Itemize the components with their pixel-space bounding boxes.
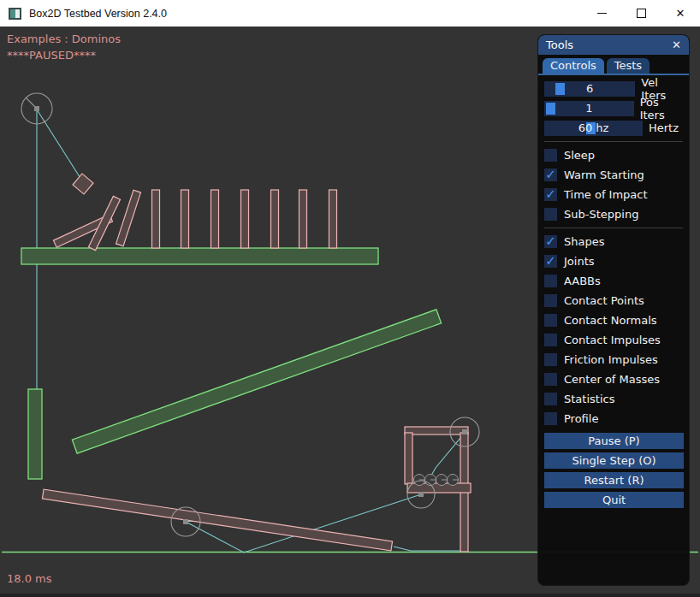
draw-options-group: ✓Shapes✓JointsAABBsContact PointsContact…: [544, 232, 683, 429]
warm-starting-label: Warm Starting: [564, 168, 644, 181]
app-icon: [9, 8, 21, 20]
statistics-checkbox-box[interactable]: [544, 393, 557, 405]
dynamic-bodies[interactable]: [42, 174, 471, 552]
shapes-label: Shapes: [564, 235, 604, 248]
checkbox-shapes[interactable]: ✓Shapes: [544, 232, 683, 251]
pos-iters-value: 1: [544, 101, 634, 116]
checkbox-contact-normals[interactable]: Contact Normals: [544, 310, 683, 330]
vertical-green-bar: [28, 389, 42, 479]
action-buttons: Pause (P)Single Step (O)Restart (R)Quit: [544, 433, 683, 508]
tools-close-icon[interactable]: ✕: [672, 38, 681, 51]
anchor-points: [34, 106, 467, 524]
standing-domino: [271, 190, 279, 248]
profile-label: Profile: [564, 412, 598, 425]
tab-controls[interactable]: Controls: [543, 58, 604, 74]
vel-iters-slider[interactable]: 6: [544, 81, 635, 97]
contact-normals-label: Contact Normals: [564, 314, 657, 327]
pendulum-bob: [73, 174, 93, 194]
hertz-value: 60 hz: [544, 121, 643, 136]
checkbox-sleep[interactable]: Sleep: [544, 145, 683, 165]
standing-domino: [181, 190, 189, 248]
domino-shelf: [21, 248, 378, 264]
checkbox-sub-stepping[interactable]: Sub-Stepping: [544, 204, 683, 224]
restart-r-button[interactable]: Restart (R): [544, 472, 684, 488]
checkbox-warm-starting[interactable]: ✓Warm Starting: [544, 165, 683, 185]
friction-impulses-checkbox-box[interactable]: [544, 353, 557, 366]
box2d-testbed-window: Examples : Dominos ****PAUSED**** 18.0 m…: [0, 0, 700, 597]
tools-panel: Tools ✕ ControlsTests 6Vel Iters1Pos Ite…: [537, 34, 690, 586]
minimize-button[interactable]: [582, 0, 621, 27]
contact-points-checkbox-box[interactable]: [544, 294, 557, 307]
checkbox-contact-impulses[interactable]: Contact Impulses: [544, 330, 683, 350]
quit-button[interactable]: Quit: [544, 492, 684, 508]
tools-panel-header[interactable]: Tools ✕: [538, 35, 689, 55]
joints-checkbox-box[interactable]: ✓: [544, 255, 557, 268]
aabbs-label: AABBs: [564, 275, 601, 287]
contact-normals-checkbox-box[interactable]: [544, 314, 557, 327]
friction-impulses-label: Friction Impulses: [564, 353, 658, 366]
window-title: Box2D Testbed Version 2.4.0: [29, 8, 167, 20]
shapes-checkbox-box[interactable]: ✓: [544, 235, 557, 248]
pause-p-button[interactable]: Pause (P): [544, 433, 684, 449]
checkbox-statistics[interactable]: Statistics: [544, 389, 683, 409]
standing-domino: [241, 190, 249, 248]
time-of-impact-label: Time of Impact: [564, 188, 648, 201]
maximize-button[interactable]: [621, 0, 661, 27]
check-icon: ✓: [545, 189, 556, 200]
checkbox-contact-points[interactable]: Contact Points: [544, 291, 683, 310]
slider-row-hertz: 60 hzHertz: [544, 118, 683, 138]
aabbs-checkbox-box[interactable]: [544, 275, 557, 287]
check-icon: ✓: [545, 169, 556, 180]
seesaw-plank: [42, 489, 392, 551]
long-green-plank: [72, 310, 441, 453]
contact-points-label: Contact Points: [564, 294, 644, 307]
checkbox-center-of-masses[interactable]: Center of Masses: [544, 369, 683, 389]
standing-domino: [300, 190, 307, 248]
slider-section: 6Vel Iters1Pos Iters60 hzHertz: [544, 79, 683, 138]
sim-options-group: Sleep✓Warm Starting✓Time of ImpactSub-St…: [544, 145, 683, 224]
minimize-icon: [597, 13, 607, 14]
checkbox-profile[interactable]: Profile: [544, 409, 683, 429]
hertz-label: Hertz: [649, 121, 679, 134]
warm-starting-checkbox-box[interactable]: ✓: [544, 168, 557, 181]
check-icon: ✓: [545, 236, 556, 247]
slider-row-pos-iters: 1Pos Iters: [544, 98, 683, 118]
pos-iters-slider[interactable]: 1: [544, 101, 634, 116]
checkbox-friction-impulses[interactable]: Friction Impulses: [544, 350, 683, 369]
contact-impulses-checkbox-box[interactable]: [544, 334, 557, 346]
check-icon: ✓: [545, 256, 556, 267]
standing-domino: [211, 190, 219, 248]
frame-left-post: [405, 433, 412, 484]
close-button[interactable]: ✕: [661, 0, 700, 27]
frame-top-beam: [405, 427, 468, 434]
checkbox-time-of-impact[interactable]: ✓Time of Impact: [544, 185, 683, 204]
titlebar[interactable]: Box2D Testbed Version 2.4.0 ✕: [0, 0, 700, 27]
status-ms-label: 18.0 ms: [7, 572, 52, 585]
maximize-icon: [637, 9, 646, 18]
sub-stepping-checkbox-box[interactable]: [544, 208, 557, 221]
hertz-slider[interactable]: 60 hz: [544, 121, 643, 136]
paused-label: ****PAUSED****: [7, 49, 96, 62]
tools-panel-title: Tools: [546, 38, 573, 51]
center-of-masses-label: Center of Masses: [564, 373, 660, 386]
time-of-impact-checkbox-box[interactable]: ✓: [544, 188, 557, 201]
sleep-checkbox-box[interactable]: [544, 149, 557, 162]
checkbox-joints[interactable]: ✓Joints: [544, 251, 683, 271]
checkbox-aabbs[interactable]: AABBs: [544, 271, 683, 291]
vel-iters-value: 6: [544, 81, 635, 97]
sub-stepping-label: Sub-Stepping: [564, 208, 638, 221]
example-label: Examples : Dominos: [7, 33, 121, 45]
center-of-masses-checkbox-box[interactable]: [544, 373, 557, 386]
separator: [544, 228, 683, 228]
single-step-o-button[interactable]: Single Step (O): [544, 452, 684, 469]
static-bodies: [21, 248, 442, 479]
standing-domino: [152, 190, 160, 248]
separator: [544, 141, 683, 142]
pos-iters-label: Pos Iters: [640, 96, 683, 121]
tab-tests[interactable]: Tests: [607, 58, 650, 74]
joints-label: Joints: [564, 255, 595, 268]
contact-impulses-label: Contact Impulses: [564, 334, 661, 346]
profile-checkbox-box[interactable]: [544, 412, 557, 425]
standing-domino: [329, 190, 337, 248]
sleep-label: Sleep: [564, 149, 595, 162]
